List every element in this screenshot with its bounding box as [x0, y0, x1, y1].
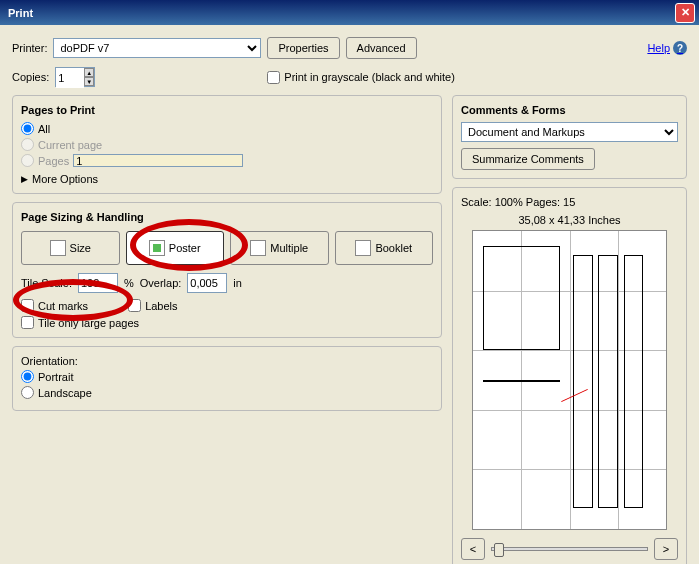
- all-radio[interactable]: [21, 122, 34, 135]
- printer-select[interactable]: doPDF v7: [53, 38, 261, 58]
- printer-label: Printer:: [12, 42, 47, 54]
- pages-radio: [21, 154, 34, 167]
- grayscale-label: Print in grayscale (black and white): [284, 71, 455, 83]
- current-radio: [21, 138, 34, 151]
- multiple-icon: [250, 240, 266, 256]
- grayscale-checkbox[interactable]: [267, 71, 280, 84]
- summarize-button[interactable]: Summarize Comments: [461, 148, 595, 170]
- tile-only-checkbox[interactable]: [21, 316, 34, 329]
- triangle-right-icon: ▶: [21, 174, 28, 184]
- titlebar: Print ✕: [0, 0, 699, 25]
- page-slider[interactable]: [491, 547, 648, 551]
- pages-to-print-title: Pages to Print: [21, 104, 433, 116]
- tile-scale-input[interactable]: [78, 273, 118, 293]
- copies-label: Copies:: [12, 71, 49, 83]
- tile-only-label: Tile only large pages: [38, 317, 139, 329]
- portrait-radio[interactable]: [21, 370, 34, 383]
- overlap-label: Overlap:: [140, 277, 182, 289]
- pages-to-print-group: Pages to Print All Current page Pages ▶ …: [12, 95, 442, 194]
- preview-panel: Scale: 100% Pages: 15 35,08 x 41,33 Inch…: [452, 187, 687, 564]
- booklet-icon: [355, 240, 371, 256]
- help-icon: ?: [673, 41, 687, 55]
- copies-stepper[interactable]: ▲ ▼: [55, 67, 95, 87]
- help-label: Help: [647, 42, 670, 54]
- close-icon: ✕: [681, 6, 690, 19]
- preview-dimensions: 35,08 x 41,33 Inches: [461, 214, 678, 226]
- landscape-label: Landscape: [38, 387, 92, 399]
- page-sizing-group: Page Sizing & Handling Size Poster Multi…: [12, 202, 442, 338]
- advanced-button[interactable]: Advanced: [346, 37, 417, 59]
- booklet-button[interactable]: Booklet: [335, 231, 434, 265]
- comments-select[interactable]: Document and Markups: [461, 122, 678, 142]
- sizing-title: Page Sizing & Handling: [21, 211, 433, 223]
- orientation-title: Orientation:: [21, 355, 433, 367]
- unit-label: in: [233, 277, 242, 289]
- slider-thumb[interactable]: [494, 543, 504, 557]
- multiple-button[interactable]: Multiple: [230, 231, 329, 265]
- comments-title: Comments & Forms: [461, 104, 678, 116]
- size-button[interactable]: Size: [21, 231, 120, 265]
- window-title: Print: [4, 7, 675, 19]
- current-label: Current page: [38, 139, 102, 151]
- properties-button[interactable]: Properties: [267, 37, 339, 59]
- labels-label: Labels: [145, 300, 177, 312]
- portrait-label: Portrait: [38, 371, 73, 383]
- help-link[interactable]: Help ?: [647, 41, 687, 55]
- cutmarks-checkbox[interactable]: [21, 299, 34, 312]
- orientation-group: Orientation: Portrait Landscape: [12, 346, 442, 411]
- preview-canvas: [472, 230, 667, 530]
- more-options[interactable]: ▶ More Options: [21, 173, 433, 185]
- labels-checkbox[interactable]: [128, 299, 141, 312]
- pages-label: Pages: [38, 155, 69, 167]
- prev-page-button[interactable]: <: [461, 538, 485, 560]
- all-label: All: [38, 123, 50, 135]
- scale-info: Scale: 100% Pages: 15: [461, 196, 678, 208]
- overlap-input[interactable]: [187, 273, 227, 293]
- comments-group: Comments & Forms Document and Markups Su…: [452, 95, 687, 179]
- size-icon: [50, 240, 66, 256]
- close-button[interactable]: ✕: [675, 3, 695, 23]
- next-page-button[interactable]: >: [654, 538, 678, 560]
- landscape-radio[interactable]: [21, 386, 34, 399]
- spin-down-icon[interactable]: ▼: [84, 77, 94, 86]
- pages-input[interactable]: [73, 154, 243, 167]
- poster-icon: [149, 240, 165, 256]
- copies-value[interactable]: [56, 68, 84, 88]
- pct-label: %: [124, 277, 134, 289]
- poster-button[interactable]: Poster: [126, 231, 225, 265]
- spin-up-icon[interactable]: ▲: [84, 68, 94, 77]
- cutmarks-label: Cut marks: [38, 300, 88, 312]
- more-options-label: More Options: [32, 173, 98, 185]
- tile-scale-label: Tile Scale:: [21, 277, 72, 289]
